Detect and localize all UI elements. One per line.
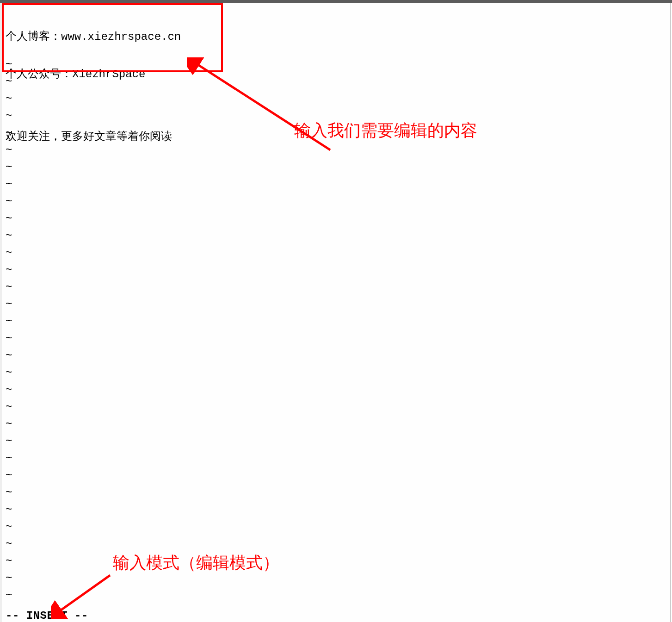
tilde-line: ~ [6, 73, 12, 90]
tilde-line: ~ [6, 330, 12, 347]
editor-content[interactable]: 个人博客：www.xiezhrspace.cn 个人公众号：XiezhrSpac… [6, 6, 666, 168]
tilde-line: ~ [6, 364, 12, 381]
tilde-line: ~ [6, 142, 12, 159]
tilde-line: ~ [6, 210, 12, 227]
tilde-line: ~ [6, 313, 12, 330]
title-bar [0, 0, 672, 3]
tilde-line: ~ [6, 90, 12, 107]
tilde-line: ~ [6, 244, 12, 261]
tilde-line: ~ [6, 433, 12, 450]
tilde-line: ~ [6, 535, 12, 553]
tilde-line: ~ [6, 279, 12, 296]
tilde-line: ~ [6, 484, 12, 501]
tilde-line: ~ [6, 381, 12, 398]
tilde-line: ~ [6, 107, 12, 124]
tilde-line: ~ [6, 261, 12, 279]
tilde-line: ~ [6, 159, 12, 176]
tilde-line: ~ [6, 587, 12, 604]
tilde-line: ~ [6, 467, 12, 484]
tilde-line: ~ [6, 347, 12, 364]
tilde-line: ~ [6, 570, 12, 587]
tilde-line: ~ [6, 518, 12, 535]
vim-editor[interactable]: 个人博客：www.xiezhrspace.cn 个人公众号：XiezhrSpac… [2, 3, 671, 622]
content-line: 个人公众号：XiezhrSpace [6, 68, 666, 81]
tilde-line: ~ [6, 296, 12, 313]
empty-lines: ~~~~~~~~~~~~~~~~~~~~~~~~~~~~~~~~ [6, 56, 12, 604]
tilde-line: ~ [6, 124, 12, 142]
tilde-line: ~ [6, 193, 12, 210]
content-line: 个人博客：www.xiezhrspace.cn [6, 31, 666, 43]
tilde-line: ~ [6, 227, 12, 244]
annotation-mode-label: 输入模式（编辑模式） [113, 552, 279, 574]
tilde-line: ~ [6, 501, 12, 518]
tilde-line: ~ [6, 56, 12, 73]
tilde-line: ~ [6, 398, 12, 416]
tilde-line: ~ [6, 553, 12, 570]
tilde-line: ~ [6, 450, 12, 467]
tilde-line: ~ [6, 176, 12, 193]
vim-status-line: -- INSERT -- [6, 610, 88, 622]
tilde-line: ~ [6, 416, 12, 433]
annotation-content-label: 输入我们需要编辑的内容 [294, 119, 477, 142]
